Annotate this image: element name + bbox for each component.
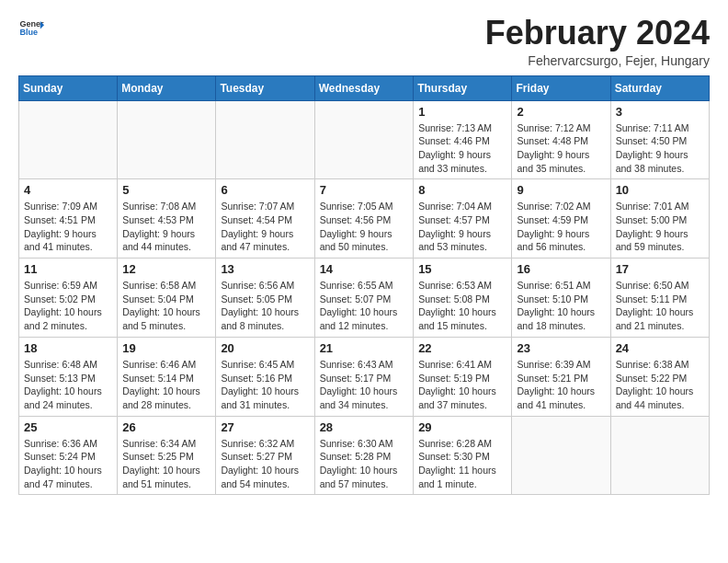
day-info: Sunrise: 6:39 AMSunset: 5:21 PMDaylight:… (517, 358, 605, 412)
calendar-cell: 3Sunrise: 7:11 AMSunset: 4:50 PMDaylight… (610, 100, 709, 179)
day-info: Sunrise: 6:59 AMSunset: 5:02 PMDaylight:… (24, 279, 112, 333)
calendar-cell: 29Sunrise: 6:28 AMSunset: 5:30 PMDayligh… (414, 416, 512, 495)
day-info: Sunrise: 6:51 AMSunset: 5:10 PMDaylight:… (517, 279, 605, 333)
calendar-cell: 8Sunrise: 7:04 AMSunset: 4:57 PMDaylight… (414, 179, 512, 259)
day-info: Sunrise: 6:50 AMSunset: 5:11 PMDaylight:… (616, 279, 704, 333)
calendar-cell: 15Sunrise: 6:53 AMSunset: 5:08 PMDayligh… (414, 259, 512, 338)
day-number: 26 (122, 420, 210, 434)
day-number: 12 (122, 262, 210, 276)
day-number: 3 (616, 105, 704, 119)
day-number: 20 (221, 341, 309, 355)
calendar-cell: 23Sunrise: 6:39 AMSunset: 5:21 PMDayligh… (512, 337, 610, 416)
calendar-cell: 17Sunrise: 6:50 AMSunset: 5:11 PMDayligh… (610, 259, 709, 338)
day-info: Sunrise: 6:43 AMSunset: 5:17 PMDaylight:… (320, 358, 409, 412)
day-info: Sunrise: 7:01 AMSunset: 5:00 PMDaylight:… (616, 200, 704, 254)
weekday-header-monday: Monday (118, 75, 216, 100)
calendar-cell: 6Sunrise: 7:07 AMSunset: 4:54 PMDaylight… (216, 179, 314, 259)
day-info: Sunrise: 7:08 AMSunset: 4:53 PMDaylight:… (122, 200, 210, 254)
day-info: Sunrise: 6:36 AMSunset: 5:24 PMDaylight:… (24, 437, 112, 491)
day-info: Sunrise: 6:45 AMSunset: 5:16 PMDaylight:… (221, 358, 309, 412)
day-number: 5 (122, 183, 210, 197)
calendar-cell (118, 100, 216, 179)
calendar-cell: 2Sunrise: 7:12 AMSunset: 4:48 PMDaylight… (512, 100, 610, 179)
day-info: Sunrise: 6:58 AMSunset: 5:04 PMDaylight:… (122, 279, 210, 333)
day-info: Sunrise: 7:02 AMSunset: 4:59 PMDaylight:… (517, 200, 605, 254)
logo: General Blue (18, 15, 44, 40)
day-number: 27 (221, 420, 309, 434)
day-number: 14 (320, 262, 409, 276)
day-info: Sunrise: 6:41 AMSunset: 5:19 PMDaylight:… (418, 358, 506, 412)
day-number: 6 (221, 183, 309, 197)
day-number: 1 (418, 105, 506, 119)
calendar-week-row: 4Sunrise: 7:09 AMSunset: 4:51 PMDaylight… (19, 179, 710, 259)
weekday-header-wednesday: Wednesday (314, 75, 414, 100)
logo-icon: General Blue (18, 15, 44, 40)
calendar-cell: 25Sunrise: 6:36 AMSunset: 5:24 PMDayligh… (19, 416, 118, 495)
day-info: Sunrise: 7:09 AMSunset: 4:51 PMDaylight:… (24, 200, 112, 254)
day-number: 7 (320, 183, 409, 197)
day-info: Sunrise: 6:28 AMSunset: 5:30 PMDaylight:… (418, 437, 506, 491)
day-number: 16 (517, 262, 605, 276)
day-info: Sunrise: 7:05 AMSunset: 4:56 PMDaylight:… (320, 200, 409, 254)
weekday-header-thursday: Thursday (414, 75, 512, 100)
svg-text:Blue: Blue (19, 28, 38, 37)
calendar-cell: 21Sunrise: 6:43 AMSunset: 5:17 PMDayligh… (314, 337, 414, 416)
calendar-cell: 22Sunrise: 6:41 AMSunset: 5:19 PMDayligh… (414, 337, 512, 416)
weekday-header-tuesday: Tuesday (216, 75, 314, 100)
day-info: Sunrise: 6:38 AMSunset: 5:22 PMDaylight:… (616, 358, 704, 412)
day-number: 9 (517, 183, 605, 197)
calendar-cell: 19Sunrise: 6:46 AMSunset: 5:14 PMDayligh… (118, 337, 216, 416)
calendar-cell (216, 100, 314, 179)
day-info: Sunrise: 7:04 AMSunset: 4:57 PMDaylight:… (418, 200, 506, 254)
calendar-cell: 7Sunrise: 7:05 AMSunset: 4:56 PMDaylight… (314, 179, 414, 259)
calendar-cell: 13Sunrise: 6:56 AMSunset: 5:05 PMDayligh… (216, 259, 314, 338)
day-number: 29 (418, 420, 506, 434)
day-info: Sunrise: 6:46 AMSunset: 5:14 PMDaylight:… (122, 358, 210, 412)
day-number: 18 (24, 341, 112, 355)
title-area: February 2024 Fehervarcsurgo, Fejer, Hun… (485, 15, 710, 68)
calendar-cell: 9Sunrise: 7:02 AMSunset: 4:59 PMDaylight… (512, 179, 610, 259)
calendar-week-row: 1Sunrise: 7:13 AMSunset: 4:46 PMDaylight… (19, 100, 710, 179)
calendar-cell: 16Sunrise: 6:51 AMSunset: 5:10 PMDayligh… (512, 259, 610, 338)
calendar-cell: 5Sunrise: 7:08 AMSunset: 4:53 PMDaylight… (118, 179, 216, 259)
calendar-cell: 11Sunrise: 6:59 AMSunset: 5:02 PMDayligh… (19, 259, 118, 338)
calendar-cell: 18Sunrise: 6:48 AMSunset: 5:13 PMDayligh… (19, 337, 118, 416)
day-number: 24 (616, 341, 704, 355)
calendar-cell (610, 416, 709, 495)
calendar-cell: 20Sunrise: 6:45 AMSunset: 5:16 PMDayligh… (216, 337, 314, 416)
day-number: 2 (517, 105, 605, 119)
calendar-cell: 26Sunrise: 6:34 AMSunset: 5:25 PMDayligh… (118, 416, 216, 495)
month-title: February 2024 (485, 15, 710, 52)
day-number: 23 (517, 341, 605, 355)
day-info: Sunrise: 6:34 AMSunset: 5:25 PMDaylight:… (122, 437, 210, 491)
day-number: 4 (24, 183, 112, 197)
calendar-cell: 1Sunrise: 7:13 AMSunset: 4:46 PMDaylight… (414, 100, 512, 179)
day-number: 28 (320, 420, 409, 434)
day-number: 8 (418, 183, 506, 197)
day-number: 10 (616, 183, 704, 197)
weekday-header-friday: Friday (512, 75, 610, 100)
weekday-header-saturday: Saturday (610, 75, 709, 100)
calendar-week-row: 25Sunrise: 6:36 AMSunset: 5:24 PMDayligh… (19, 416, 710, 495)
calendar-week-row: 18Sunrise: 6:48 AMSunset: 5:13 PMDayligh… (19, 337, 710, 416)
day-info: Sunrise: 6:32 AMSunset: 5:27 PMDaylight:… (221, 437, 309, 491)
day-info: Sunrise: 7:12 AMSunset: 4:48 PMDaylight:… (517, 121, 605, 176)
day-number: 22 (418, 341, 506, 355)
calendar-cell: 28Sunrise: 6:30 AMSunset: 5:28 PMDayligh… (314, 416, 414, 495)
day-number: 21 (320, 341, 409, 355)
day-info: Sunrise: 6:56 AMSunset: 5:05 PMDaylight:… (221, 279, 309, 333)
header: General Blue February 2024 Fehervarcsurg… (18, 15, 710, 68)
calendar: SundayMondayTuesdayWednesdayThursdayFrid… (18, 75, 710, 496)
day-info: Sunrise: 7:13 AMSunset: 4:46 PMDaylight:… (418, 121, 506, 176)
location: Fehervarcsurgo, Fejer, Hungary (485, 53, 710, 68)
calendar-cell (512, 416, 610, 495)
day-number: 11 (24, 262, 112, 276)
day-info: Sunrise: 7:11 AMSunset: 4:50 PMDaylight:… (616, 121, 704, 176)
calendar-cell (314, 100, 414, 179)
day-number: 19 (122, 341, 210, 355)
calendar-cell: 24Sunrise: 6:38 AMSunset: 5:22 PMDayligh… (610, 337, 709, 416)
day-info: Sunrise: 6:48 AMSunset: 5:13 PMDaylight:… (24, 358, 112, 412)
calendar-cell: 12Sunrise: 6:58 AMSunset: 5:04 PMDayligh… (118, 259, 216, 338)
calendar-cell: 10Sunrise: 7:01 AMSunset: 5:00 PMDayligh… (610, 179, 709, 259)
weekday-header-sunday: Sunday (19, 75, 118, 100)
